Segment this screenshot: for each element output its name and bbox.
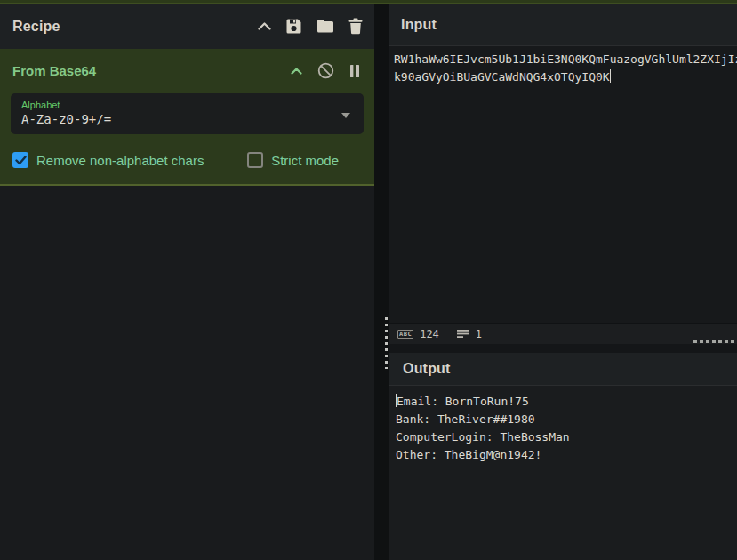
output-display: Email: BornToRun!75 Bank: TheRiver##1980… [389, 386, 737, 560]
output-line: Email: BornToRun!75 [396, 393, 737, 411]
checkbox-unchecked-icon[interactable] [247, 152, 263, 168]
delete-icon[interactable] [348, 18, 363, 35]
io-splitter-horizontal[interactable] [389, 344, 737, 353]
output-line: ComputerLogin: TheBossMan [396, 428, 737, 446]
recipe-header: Recipe [0, 4, 374, 49]
checkbox-checked-icon[interactable] [12, 152, 28, 168]
input-editor[interactable]: RW1haWw6IEJvcm5Ub1J1biE3NQ0KQmFuazogVGhl… [389, 46, 737, 323]
collapse-chevron-icon[interactable] [258, 22, 271, 30]
input-line: k90aGVyOiBUaGVCaWdNQG4xOTQyIQ0K [394, 68, 737, 86]
char-count-value: 124 [420, 328, 439, 340]
output-line: Other: TheBigM@n1942! [396, 446, 737, 464]
recipe-title: Recipe [12, 19, 60, 35]
collapse-chevron-icon[interactable] [291, 68, 302, 75]
alphabet-dropdown[interactable]: Alphabet A-Za-z0-9+/= [11, 93, 364, 134]
cyberchef-app: Recipe [0, 0, 737, 560]
disable-icon[interactable] [317, 62, 334, 79]
strict-mode-checkbox[interactable]: Strict mode [247, 152, 339, 168]
save-icon[interactable] [285, 18, 302, 35]
top-accent-strip [0, 0, 737, 4]
operation-actions [291, 62, 360, 79]
line-count-value: 1 [476, 328, 482, 340]
text-caret [610, 69, 611, 83]
operation-checkboxes: Remove non-alphabet chars Strict mode [0, 134, 374, 168]
panel-splitter-vertical[interactable] [374, 4, 389, 560]
splitter-grip-dots[interactable] [385, 317, 388, 369]
checkbox-label: Remove non-alphabet chars [36, 153, 204, 168]
operation-title-row[interactable]: From Base64 [0, 49, 374, 91]
char-count: ABC 124 [397, 328, 439, 340]
output-title: Output [403, 361, 451, 377]
alphabet-value: A-Za-z0-9+/= [21, 112, 353, 126]
output-line: Bank: TheRiver##1980 [396, 411, 737, 428]
io-panel: Input RW1haWw6IEJvcm5Ub1J1biE3NQ0KQmFuaz… [389, 4, 737, 560]
input-statusbar: ABC 124 1 [389, 323, 737, 344]
line-count-icon [457, 328, 469, 340]
alphabet-label: Alphabet [21, 100, 353, 110]
recipe-panel: Recipe [0, 4, 374, 560]
checkbox-label: Strict mode [271, 153, 339, 168]
operation-name: From Base64 [12, 63, 96, 78]
open-folder-icon[interactable] [316, 19, 334, 34]
recipe-header-actions [258, 18, 363, 35]
input-title: Input [401, 17, 437, 33]
output-header: Output [389, 353, 737, 386]
line-count: 1 [457, 328, 482, 340]
character-count-icon: ABC [397, 330, 413, 339]
remove-non-alphabet-checkbox[interactable]: Remove non-alphabet chars [12, 152, 204, 168]
dropdown-caret-icon [341, 113, 350, 118]
input-header: Input [389, 4, 737, 46]
splitter-grip-dots-horizontal[interactable] [693, 340, 734, 343]
pause-icon[interactable] [349, 64, 360, 78]
input-line: RW1haWw6IEJvcm5Ub1J1biE3NQ0KQmFuazogVGhl… [394, 51, 737, 68]
operation-from-base64: From Base64 [0, 49, 374, 186]
